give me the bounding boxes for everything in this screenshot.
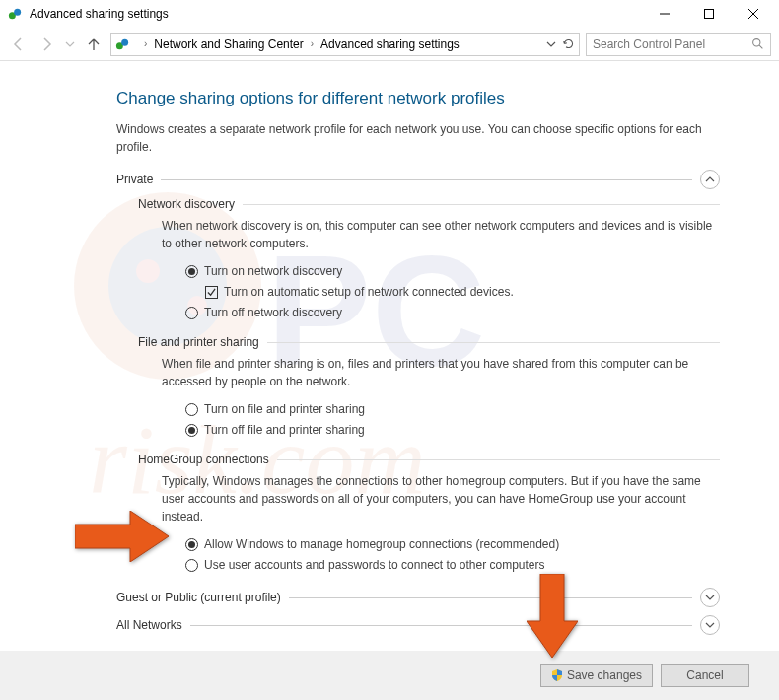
- profile-private-label: Private: [116, 173, 153, 186]
- nav-toolbar: › Network and Sharing Center › Advanced …: [0, 28, 779, 61]
- maximize-button[interactable]: [686, 0, 731, 28]
- section-desc: When network discovery is on, this compu…: [162, 217, 720, 252]
- search-icon: [751, 37, 764, 50]
- svg-point-14: [753, 39, 760, 46]
- section-title: File and printer sharing: [138, 335, 259, 349]
- annotation-arrow-right: [75, 511, 169, 565]
- chevron-down-icon[interactable]: [700, 588, 720, 607]
- svg-line-15: [759, 45, 762, 48]
- breadcrumb-advanced[interactable]: Advanced sharing settings: [320, 37, 460, 51]
- svg-point-7: [14, 9, 21, 16]
- minimize-button[interactable]: [642, 0, 686, 28]
- section-network-discovery: Network discovery When network discovery…: [138, 197, 720, 321]
- checkbox-nd-auto[interactable]: Turn on automatic setup of network conne…: [205, 283, 720, 301]
- svg-rect-9: [704, 10, 713, 19]
- shield-icon: [551, 669, 563, 681]
- radio-icon: [185, 265, 198, 278]
- up-button[interactable]: [83, 34, 105, 55]
- section-file-printer: File and printer sharing When file and p…: [138, 335, 720, 439]
- address-bar[interactable]: › Network and Sharing Center › Advanced …: [110, 33, 580, 56]
- profile-guest-header[interactable]: Guest or Public (current profile): [116, 588, 720, 607]
- profile-guest-label: Guest or Public (current profile): [116, 591, 281, 604]
- recent-dropdown[interactable]: [63, 34, 77, 55]
- chevron-down-icon[interactable]: [700, 615, 720, 635]
- radio-icon: [185, 424, 198, 437]
- radio-nd-on[interactable]: Turn on network discovery: [185, 262, 720, 280]
- chevron-right-icon: ›: [144, 38, 147, 49]
- refresh-icon[interactable]: [562, 37, 575, 50]
- cancel-button[interactable]: Cancel: [661, 664, 749, 687]
- section-desc: When file and printer sharing is on, fil…: [162, 355, 720, 390]
- svg-point-13: [121, 38, 128, 45]
- footer-bar: Save changes Cancel: [0, 651, 779, 700]
- checkbox-icon: [205, 286, 218, 299]
- window-title: Advanced sharing settings: [30, 7, 642, 21]
- chevron-down-icon[interactable]: [546, 39, 556, 49]
- radio-nd-off[interactable]: Turn off network discovery: [185, 304, 720, 321]
- section-homegroup: HomeGroup connections Typically, Windows…: [138, 453, 720, 574]
- save-changes-button[interactable]: Save changes: [540, 664, 653, 687]
- page-intro: Windows creates a separate network profi…: [116, 120, 720, 156]
- annotation-arrow-down: [527, 574, 578, 661]
- chevron-up-icon[interactable]: [700, 170, 720, 189]
- radio-icon: [185, 559, 198, 572]
- window-titlebar: Advanced sharing settings: [0, 0, 779, 28]
- section-desc: Typically, Windows manages the connectio…: [162, 472, 720, 525]
- search-placeholder: Search Control Panel: [593, 37, 705, 51]
- page-heading: Change sharing options for different net…: [116, 89, 720, 108]
- forward-button[interactable]: [35, 34, 57, 55]
- profile-all-header[interactable]: All Networks: [116, 615, 720, 635]
- radio-fp-off[interactable]: Turn off file and printer sharing: [185, 421, 720, 439]
- control-panel-icon: [8, 7, 22, 21]
- search-input[interactable]: Search Control Panel: [586, 33, 771, 56]
- profile-private-header[interactable]: Private: [116, 170, 720, 189]
- radio-hg-user[interactable]: Use user accounts and passwords to conne…: [185, 556, 720, 574]
- radio-fp-on[interactable]: Turn on file and printer sharing: [185, 400, 720, 418]
- radio-icon: [185, 307, 198, 319]
- chevron-right-icon: ›: [311, 38, 314, 49]
- section-title: HomeGroup connections: [138, 453, 269, 466]
- close-button[interactable]: [731, 0, 775, 28]
- control-panel-icon: [115, 37, 129, 51]
- section-title: Network discovery: [138, 197, 235, 211]
- profile-all-label: All Networks: [116, 618, 182, 632]
- back-button[interactable]: [8, 34, 30, 55]
- radio-icon: [185, 538, 198, 551]
- breadcrumb-network[interactable]: Network and Sharing Center: [154, 37, 303, 51]
- radio-hg-allow[interactable]: Allow Windows to manage homegroup connec…: [185, 535, 720, 553]
- radio-icon: [185, 403, 198, 416]
